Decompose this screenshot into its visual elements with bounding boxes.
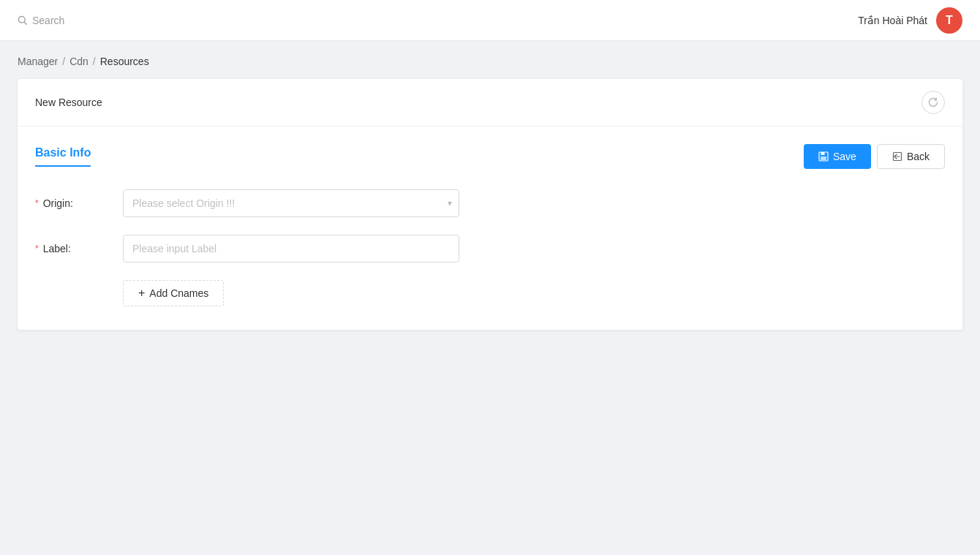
save-button[interactable]: Save xyxy=(804,144,871,169)
breadcrumb-cdn[interactable]: Cdn xyxy=(69,56,88,67)
breadcrumb-sep-2: / xyxy=(93,56,96,67)
navbar: Search Trần Hoài Phát T xyxy=(0,0,980,41)
label-row: * Label: xyxy=(35,235,945,263)
user-area: Trần Hoài Phát T xyxy=(858,7,962,34)
card-header: New Resource xyxy=(18,79,962,127)
breadcrumb-sep-1: / xyxy=(62,56,65,67)
section-header: Basic Info Save Back xyxy=(35,144,945,169)
label-label: * Label: xyxy=(35,243,123,254)
breadcrumb-manager[interactable]: Manager xyxy=(18,56,58,67)
card-title: New Resource xyxy=(35,97,102,108)
refresh-button[interactable] xyxy=(921,91,945,114)
origin-row: * Origin: Please select Origin !!! ▾ xyxy=(35,189,945,217)
label-input[interactable] xyxy=(123,235,459,263)
back-icon xyxy=(892,151,902,162)
refresh-icon xyxy=(927,97,939,108)
user-name: Trần Hoài Phát xyxy=(858,15,927,26)
action-buttons: Save Back xyxy=(804,144,945,169)
search-bar[interactable]: Search xyxy=(18,15,64,26)
section-title: Basic Info xyxy=(35,146,91,167)
svg-line-1 xyxy=(24,22,26,24)
origin-required: * xyxy=(35,198,39,208)
card-body: Basic Info Save Back xyxy=(18,127,962,330)
origin-select[interactable]: Please select Origin !!! xyxy=(123,189,459,217)
add-cnames-button[interactable]: + Add Cnames xyxy=(123,280,224,306)
back-button[interactable]: Back xyxy=(877,144,945,169)
search-icon xyxy=(18,15,28,26)
origin-select-wrapper: Please select Origin !!! ▾ xyxy=(123,189,459,217)
origin-field: Please select Origin !!! ▾ xyxy=(123,189,459,217)
breadcrumb: Manager / Cdn / Resources xyxy=(0,41,980,79)
main-card: New Resource Basic Info Save xyxy=(18,79,962,330)
svg-rect-3 xyxy=(821,152,824,155)
origin-label: * Origin: xyxy=(35,197,123,209)
add-cnames-label: Add Cnames xyxy=(149,287,208,299)
plus-icon: + xyxy=(138,287,145,300)
svg-rect-4 xyxy=(821,156,826,160)
search-placeholder: Search xyxy=(32,15,64,26)
breadcrumb-resources: Resources xyxy=(100,56,149,67)
avatar[interactable]: T xyxy=(936,7,962,34)
label-required: * xyxy=(35,243,39,254)
save-icon xyxy=(818,151,829,162)
label-field xyxy=(123,235,459,263)
